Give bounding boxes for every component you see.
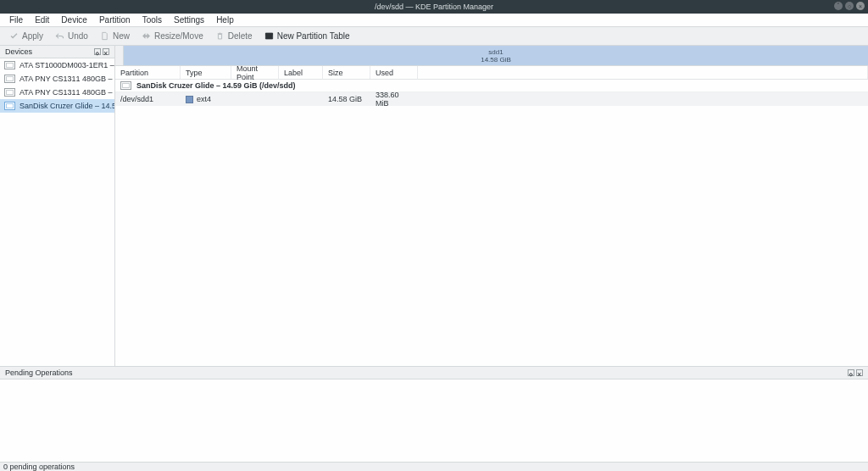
main-area: Devices ⋄ × ATA ST1000DM003-1ER1 – 931.5… bbox=[0, 46, 868, 366]
device-item[interactable]: ATA ST1000DM003-1ER1 – 931.51 GiB (... bbox=[0, 58, 114, 72]
device-item-selected[interactable]: SanDisk Cruzer Glide – 14.59 GiB (/dev..… bbox=[0, 99, 114, 113]
toolbar-delete-label: Delete bbox=[228, 31, 253, 41]
menu-file[interactable]: File bbox=[3, 14, 29, 25]
device-label: SanDisk Cruzer Glide – 14.59 GiB (/dev..… bbox=[19, 102, 114, 110]
devices-panel-header: Devices ⋄ × bbox=[0, 46, 114, 58]
cell-mount bbox=[231, 92, 279, 106]
cell-type-label: ext4 bbox=[197, 95, 211, 103]
menu-partition[interactable]: Partition bbox=[93, 14, 136, 25]
check-icon bbox=[9, 31, 19, 41]
device-label: ATA ST1000DM003-1ER1 – 931.51 GiB (... bbox=[19, 61, 114, 69]
menu-device[interactable]: Device bbox=[55, 14, 93, 25]
toolbar-new-partition-table-label: New Partition Table bbox=[277, 31, 350, 41]
toolbar-new-label: New bbox=[113, 31, 130, 41]
toolbar-undo-label: Undo bbox=[68, 31, 88, 41]
toolbar: Apply Undo New Resize/Move Delete New Pa… bbox=[0, 27, 868, 46]
col-spacer bbox=[418, 66, 868, 79]
partition-table-header: Partition Type Mount Point Label Size Us… bbox=[115, 66, 868, 80]
menu-tools[interactable]: Tools bbox=[136, 14, 168, 25]
cell-type: ext4 bbox=[181, 92, 231, 106]
partition-block[interactable]: sdd1 14.58 GiB bbox=[124, 46, 868, 65]
disk-graphical-view: sdd1 14.58 GiB bbox=[115, 46, 868, 66]
toolbar-apply[interactable]: Apply bbox=[5, 30, 47, 42]
toolbar-new[interactable]: New bbox=[96, 30, 134, 42]
col-partition[interactable]: Partition bbox=[115, 66, 181, 79]
fs-color-swatch bbox=[186, 96, 193, 103]
drive-icon bbox=[4, 61, 15, 69]
window-controls: ˅ ○ × bbox=[834, 2, 865, 10]
resize-icon bbox=[142, 31, 151, 41]
pending-panel-controls: ⋄ × bbox=[848, 369, 863, 376]
cell-label bbox=[279, 92, 323, 106]
toolbar-resize-label: Resize/Move bbox=[154, 31, 203, 41]
menu-edit[interactable]: Edit bbox=[29, 14, 55, 25]
partition-view-empty bbox=[115, 106, 868, 366]
window-title: /dev/sdd — KDE Partition Manager bbox=[375, 3, 493, 11]
devices-list: ATA ST1000DM003-1ER1 – 931.51 GiB (... A… bbox=[0, 58, 114, 366]
panel-close-icon[interactable]: × bbox=[856, 369, 863, 376]
drive-icon bbox=[120, 81, 131, 90]
drive-icon bbox=[4, 75, 15, 83]
device-item[interactable]: ATA PNY CS1311 480GB – 447.13 GiB (/... bbox=[0, 72, 114, 86]
partition-device-title: SanDisk Cruzer Glide – 14.59 GiB (/dev/s… bbox=[136, 81, 296, 90]
col-size[interactable]: Size bbox=[323, 66, 370, 79]
undo-icon bbox=[55, 31, 64, 41]
menu-help[interactable]: Help bbox=[210, 14, 240, 25]
device-label: ATA PNY CS1311 480GB – 447.13 GiB (/... bbox=[19, 88, 114, 97]
col-label[interactable]: Label bbox=[279, 66, 323, 79]
partition-block-size: 14.58 GiB bbox=[481, 56, 511, 64]
toolbar-apply-label: Apply bbox=[22, 31, 43, 41]
toolbar-delete[interactable]: Delete bbox=[211, 30, 257, 42]
menu-settings[interactable]: Settings bbox=[168, 14, 210, 25]
device-item[interactable]: ATA PNY CS1311 480GB – 447.13 GiB (/... bbox=[0, 86, 114, 99]
col-type[interactable]: Type bbox=[181, 66, 231, 79]
minimize-button[interactable]: ˅ bbox=[834, 2, 843, 10]
status-text: 0 pending operations bbox=[3, 463, 75, 471]
toolbar-undo[interactable]: Undo bbox=[51, 30, 92, 42]
partition-row[interactable]: /dev/sdd1 ext4 14.58 GiB 338.60 MiB bbox=[115, 92, 868, 106]
partition-device-title-row[interactable]: SanDisk Cruzer Glide – 14.59 GiB (/dev/s… bbox=[115, 80, 868, 92]
status-bar: 0 pending operations bbox=[0, 462, 868, 471]
drive-icon bbox=[4, 102, 15, 110]
close-button[interactable]: × bbox=[856, 2, 865, 10]
new-doc-icon bbox=[100, 31, 109, 41]
partition-view: sdd1 14.58 GiB Partition Type Mount Poin… bbox=[115, 46, 868, 366]
devices-panel: Devices ⋄ × ATA ST1000DM003-1ER1 – 931.5… bbox=[0, 46, 115, 366]
panel-float-icon[interactable]: ⋄ bbox=[848, 369, 854, 376]
pending-panel-header: Pending Operations ⋄ × bbox=[0, 367, 868, 380]
col-used[interactable]: Used bbox=[370, 66, 418, 79]
menu-bar: File Edit Device Partition Tools Setting… bbox=[0, 14, 868, 27]
devices-panel-title: Devices bbox=[5, 47, 32, 56]
toolbar-resize[interactable]: Resize/Move bbox=[137, 30, 208, 42]
pending-list-empty bbox=[0, 380, 868, 462]
cell-used: 338.60 MiB bbox=[370, 92, 418, 106]
pending-operations-panel: Pending Operations ⋄ × bbox=[0, 366, 868, 462]
devices-panel-controls: ⋄ × bbox=[94, 48, 109, 55]
titlebar: /dev/sdd — KDE Partition Manager ˅ ○ × bbox=[0, 0, 868, 14]
cell-size: 14.58 GiB bbox=[323, 92, 370, 106]
cell-partition: /dev/sdd1 bbox=[115, 92, 181, 106]
maximize-button[interactable]: ○ bbox=[845, 2, 854, 10]
panel-float-icon[interactable]: ⋄ bbox=[94, 48, 101, 55]
disk-handle[interactable] bbox=[115, 46, 124, 65]
toolbar-new-partition-table[interactable]: New Partition Table bbox=[260, 30, 354, 42]
partition-block-name: sdd1 bbox=[488, 48, 503, 56]
trash-icon bbox=[215, 31, 225, 41]
svg-rect-0 bbox=[265, 33, 272, 35]
partition-table-icon bbox=[264, 31, 274, 41]
panel-close-icon[interactable]: × bbox=[103, 48, 109, 55]
pending-panel-title: Pending Operations bbox=[5, 368, 73, 377]
col-mount-point[interactable]: Mount Point bbox=[231, 66, 279, 79]
drive-icon bbox=[4, 88, 15, 97]
device-label: ATA PNY CS1311 480GB – 447.13 GiB (/... bbox=[19, 75, 114, 83]
